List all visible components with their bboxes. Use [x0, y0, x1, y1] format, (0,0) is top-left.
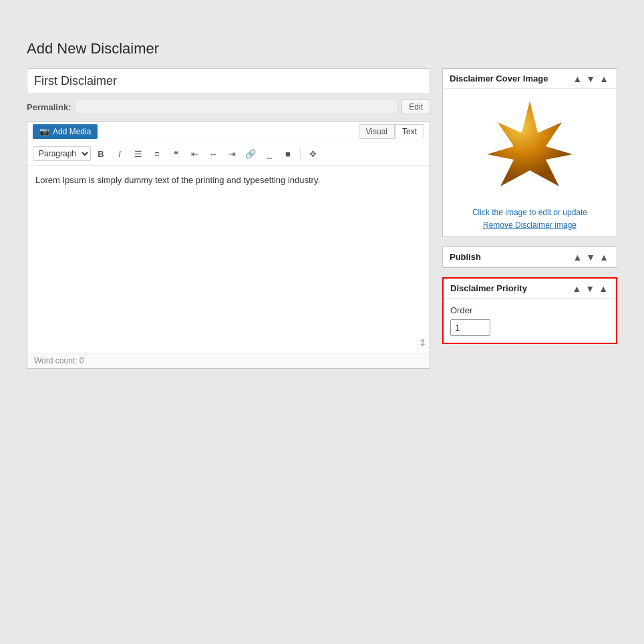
permalink-label: Permalink: — [27, 102, 71, 112]
visual-tab[interactable]: Visual — [359, 124, 395, 139]
right-column: Disclaimer Cover Image ▲ ▼ ▲ — [442, 68, 617, 353]
add-media-button[interactable]: 📷 Add Media — [33, 124, 98, 139]
align-right-button[interactable]: ⇥ — [223, 145, 240, 162]
editor-content-area[interactable]: Lorem Ipsum is simply dummy text of the … — [27, 166, 430, 353]
permalink-edit-button[interactable]: Edit — [401, 100, 430, 114]
svg-marker-0 — [487, 101, 573, 186]
fullscreen-button[interactable]: ✥ — [304, 145, 321, 162]
visual-text-tabs: Visual Text — [359, 124, 424, 139]
text-tab[interactable]: Text — [395, 124, 424, 139]
publish-panel: Publish ▲ ▼ ▲ — [442, 247, 617, 268]
unlink-button[interactable]: ⎯ — [261, 145, 278, 162]
priority-body: Order — [444, 299, 616, 343]
publish-title: Publish — [450, 252, 481, 262]
priority-toggle-btn[interactable]: ▲ — [597, 284, 609, 293]
publish-toggle-btn[interactable]: ▲ — [598, 253, 610, 262]
remove-image-link[interactable]: Remove Disclaimer image — [483, 220, 577, 230]
cover-image-star[interactable] — [476, 96, 583, 202]
priority-header[interactable]: Disclaimer Priority ▲ ▼ ▲ — [444, 279, 616, 299]
align-left-button[interactable]: ⇤ — [186, 145, 203, 162]
cover-image-down-btn[interactable]: ▼ — [585, 74, 597, 84]
click-to-edit-label[interactable]: Click the image to edit or update — [450, 208, 610, 217]
cover-image-up-btn[interactable]: ▲ — [571, 74, 583, 84]
word-count: Word count: 0 — [27, 353, 430, 368]
permalink-url — [75, 100, 397, 114]
cover-image-controls: ▲ ▼ ▲ — [571, 74, 610, 84]
editor-text: Lorem Ipsum is simply dummy text of the … — [35, 174, 422, 187]
blockquote-button[interactable]: ❝ — [167, 145, 184, 162]
left-column: Permalink: Edit 📷 Add Media — [27, 68, 430, 369]
align-center-button[interactable]: ↔ — [204, 145, 222, 162]
order-label: Order — [450, 305, 609, 315]
table-button[interactable]: ■ — [279, 145, 297, 162]
priority-title: Disclaimer Priority — [450, 283, 527, 293]
priority-controls: ▲ ▼ ▲ — [571, 284, 609, 293]
publish-up-btn[interactable]: ▲ — [571, 253, 583, 262]
publish-header[interactable]: Publish ▲ ▼ ▲ — [443, 247, 617, 267]
paragraph-select[interactable]: Paragraph Heading 1 Heading 2 Heading 3 — [33, 146, 91, 161]
link-button[interactable]: 🔗 — [242, 145, 259, 162]
editor-box: 📷 Add Media Visual Text Paragraph Headin… — [27, 121, 430, 369]
toolbar-separator — [300, 147, 301, 160]
italic-button[interactable]: I — [111, 145, 128, 162]
priority-panel: Disclaimer Priority ▲ ▼ ▲ Order — [442, 277, 617, 344]
publish-down-btn[interactable]: ▼ — [585, 253, 597, 262]
add-media-label: Add Media — [53, 127, 91, 136]
editor-toolbar-top: 📷 Add Media Visual Text — [27, 122, 430, 142]
page-title: Add New Disclaimer — [27, 40, 617, 57]
bold-button[interactable]: B — [92, 145, 110, 162]
add-media-icon: 📷 — [39, 127, 49, 136]
post-title-input[interactable] — [27, 68, 430, 94]
editor-expand-icon[interactable]: ⇕ — [419, 336, 427, 350]
priority-down-btn[interactable]: ▼ — [584, 284, 596, 293]
format-toolbar: Paragraph Heading 1 Heading 2 Heading 3 … — [27, 142, 430, 166]
priority-up-btn[interactable]: ▲ — [571, 284, 583, 293]
cover-image-header[interactable]: Disclaimer Cover Image ▲ ▼ ▲ — [443, 69, 617, 89]
permalink-row: Permalink: Edit — [27, 100, 430, 114]
cover-image-body: Click the image to edit or update Remove… — [443, 89, 617, 236]
ul-button[interactable]: ☰ — [130, 145, 147, 162]
publish-controls: ▲ ▼ ▲ — [571, 253, 610, 262]
cover-image-title: Disclaimer Cover Image — [450, 73, 548, 84]
ol-button[interactable]: ≡ — [148, 145, 166, 162]
cover-image-panel: Disclaimer Cover Image ▲ ▼ ▲ — [442, 68, 617, 237]
order-input[interactable] — [450, 319, 490, 336]
cover-image-toggle-btn[interactable]: ▲ — [598, 74, 610, 84]
